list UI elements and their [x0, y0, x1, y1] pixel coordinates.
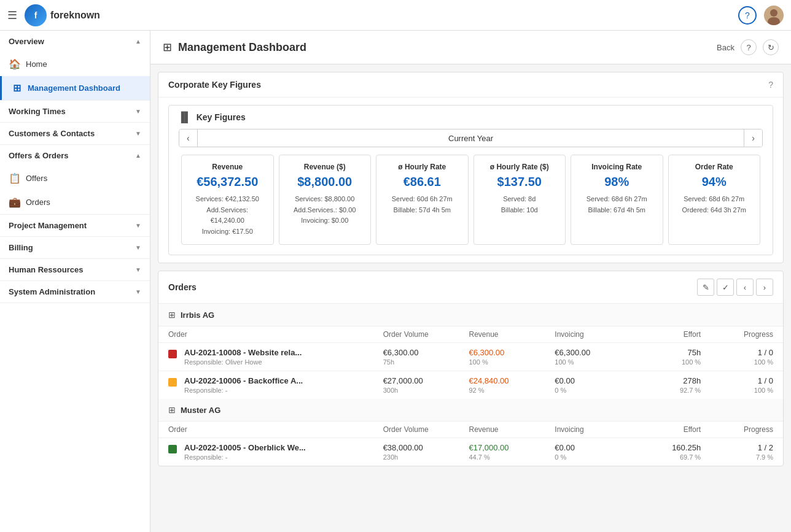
order-effort-1: 75h 100 % [641, 348, 713, 366]
order-invoicing-1: €6,300.00 100 % [555, 348, 641, 366]
col-header-volume-muster: Order Volume [383, 425, 469, 434]
sidebar-overview-header[interactable]: Overview ▲ [0, 31, 150, 52]
metric-value-invoicing-rate: 98% [579, 175, 655, 189]
chevron-down-icon-hr: ▼ [135, 266, 141, 273]
metric-detail-invoicing-rate: Served: 68d 6h 27mBillable: 67d 4h 5m [579, 194, 655, 215]
company-group-irrbis: ⊞ Irrbis AG Order Order Volume Revenue I… [158, 304, 783, 399]
metric-value-revenue: €56,372.50 [189, 175, 266, 189]
check-button[interactable]: ✓ [717, 279, 734, 296]
prev-year-button[interactable]: ‹ [179, 129, 198, 147]
sidebar-item-home[interactable]: 🏠 Home [0, 52, 150, 76]
table-row: AU-2022-10006 - Backoffice A... Responsi… [158, 371, 783, 399]
prev-orders-button[interactable]: ‹ [736, 279, 754, 296]
col-header-invoicing: Invoicing [555, 330, 641, 339]
order-volume-3: €38,000.00 230h [383, 443, 469, 461]
metric-card-hourly-rate: ø Hourly Rate €86.61 Served: 60d 6h 27mB… [376, 155, 469, 245]
table-row: AU-2021-10008 - Website rela... Responsi… [158, 343, 783, 371]
company-name-muster: Muster AG [181, 406, 220, 415]
metric-value-hourly-rate: €86.61 [384, 175, 461, 189]
table-row: AU-2022-10005 - Oberblick We... Responsi… [158, 438, 783, 466]
back-button[interactable]: Back [717, 43, 734, 52]
col-header-revenue: Revenue [469, 330, 555, 339]
help-icon-page[interactable]: ? [741, 39, 757, 55]
order-progress-3: 1 / 2 7.9 % [713, 443, 773, 461]
order-name-3[interactable]: AU-2022-10005 - Oberblick We... [184, 443, 306, 452]
page-header-actions: Back ? ↻ [717, 39, 779, 55]
col-header-order-muster: Order [168, 425, 383, 434]
order-color-indicator-2 [168, 378, 177, 387]
table-header: Order Order Volume Revenue Invoicing Eff… [158, 326, 783, 343]
next-year-button[interactable]: › [744, 129, 762, 147]
order-effort-3: 160.25h 69.7 % [641, 443, 713, 461]
sidebar-section-overview: Overview ▲ 🏠 Home ⊞ Management Dashboard [0, 31, 150, 101]
order-name-1[interactable]: AU-2021-10008 - Website rela... [184, 348, 302, 357]
company-icon-muster: ⊞ [168, 405, 176, 415]
order-invoicing-3: €0.00 0 % [555, 443, 641, 461]
order-invoicing-2: €0.00 0 % [555, 376, 641, 394]
svg-point-1 [768, 17, 780, 25]
chevron-up-icon: ▲ [135, 38, 141, 45]
sidebar-hr-header[interactable]: Human Ressources ▼ [0, 259, 150, 280]
sidebar-section-billing: Billing ▼ [0, 237, 150, 259]
hamburger-menu[interactable]: ☰ [7, 9, 17, 22]
col-header-order: Order [168, 330, 383, 339]
sidebar: Overview ▲ 🏠 Home ⊞ Management Dashboard [0, 31, 150, 532]
sidebar-item-management-dashboard[interactable]: ⊞ Management Dashboard [0, 76, 150, 100]
metric-label-invoicing-rate: Invoicing Rate [579, 163, 655, 171]
metric-value-revenue-usd: $8,800.00 [287, 175, 364, 189]
key-figures-card: ▐▌ Key Figures ‹ Current Year › [168, 105, 773, 255]
metric-detail-revenue: Services: €42,132.50Add.Services: €14,24… [189, 194, 266, 237]
orders-title: Orders [168, 282, 697, 292]
top-bar: ☰ f foreknown ? [0, 0, 791, 31]
logo-icon: f [25, 4, 47, 26]
metric-value-order-rate: 94% [676, 175, 753, 189]
chevron-up-icon-offers: ▲ [135, 152, 141, 159]
dashboard-icon: ⊞ [10, 82, 23, 94]
sidebar-working-times-header[interactable]: Working Times ▼ [0, 101, 150, 122]
sidebar-project-management-header[interactable]: Project Management ▼ [0, 215, 150, 236]
order-name-2[interactable]: AU-2022-10006 - Backoffice A... [184, 376, 303, 385]
metric-value-hourly-rate-usd: $137.50 [481, 175, 558, 189]
corporate-key-figures-section: Corporate Key Figures ? ▐▌ Key Figures ‹… [158, 72, 784, 263]
metrics-row: Revenue €56,372.50 Services: €42,132.50A… [179, 155, 763, 245]
sidebar-offers-orders-header[interactable]: Offers & Orders ▲ [0, 145, 150, 166]
metric-detail-hourly-rate-usd: Served: 8dBillable: 10d [481, 194, 558, 215]
page-header-icon: ⊞ [163, 40, 172, 54]
svg-point-0 [770, 9, 777, 17]
help-icon-topbar[interactable]: ? [738, 6, 757, 25]
offers-icon: 📋 [9, 172, 21, 184]
order-responsible-2: Responsible: - [184, 387, 303, 394]
refresh-icon[interactable]: ↻ [763, 39, 779, 55]
app-name: foreknown [50, 10, 100, 21]
page-title: Management Dashboard [178, 41, 711, 54]
order-color-indicator-3 [168, 445, 177, 453]
chevron-down-icon-billing: ▼ [135, 244, 141, 251]
metric-label-hourly-rate: ø Hourly Rate [384, 163, 461, 171]
sidebar-billing-header[interactable]: Billing ▼ [0, 237, 150, 258]
order-cell-2: AU-2022-10006 - Backoffice A... Responsi… [168, 376, 383, 394]
edit-button[interactable]: ✎ [697, 279, 714, 296]
col-header-invoicing-muster: Invoicing [555, 425, 641, 434]
metric-label-revenue: Revenue [189, 163, 266, 171]
metric-card-invoicing-rate: Invoicing Rate 98% Served: 68d 6h 27mBil… [571, 155, 663, 245]
orders-section: Orders ✎ ✓ ‹ › ⊞ Irrbis AG [158, 271, 784, 466]
avatar[interactable] [764, 6, 784, 25]
chevron-down-icon-sysadmin: ▼ [135, 288, 141, 295]
sidebar-customers-header[interactable]: Customers & Contacts ▼ [0, 123, 150, 144]
chevron-down-icon-customers: ▼ [135, 130, 141, 137]
orders-actions: ✎ ✓ ‹ › [697, 279, 773, 296]
order-effort-2: 278h 92.7 % [641, 376, 713, 394]
sidebar-section-hr: Human Ressources ▼ [0, 259, 150, 281]
col-header-progress: Progress [713, 330, 773, 339]
sidebar-item-orders[interactable]: 💼 Orders [0, 190, 150, 214]
help-icon-corporate[interactable]: ? [768, 80, 773, 90]
sidebar-item-offers[interactable]: 📋 Offers [0, 166, 150, 190]
sidebar-sysadmin-header[interactable]: System Administration ▼ [0, 281, 150, 303]
chevron-down-icon-pm: ▼ [135, 222, 141, 229]
metric-card-revenue-usd: Revenue ($) $8,800.00 Services: $8,800.0… [279, 155, 372, 245]
metric-card-revenue: Revenue €56,372.50 Services: €42,132.50A… [181, 155, 274, 245]
year-navigation: ‹ Current Year › [179, 129, 763, 147]
col-header-effort: Effort [641, 330, 713, 339]
next-orders-button[interactable]: › [756, 279, 773, 296]
orders-icon: 💼 [9, 196, 21, 208]
